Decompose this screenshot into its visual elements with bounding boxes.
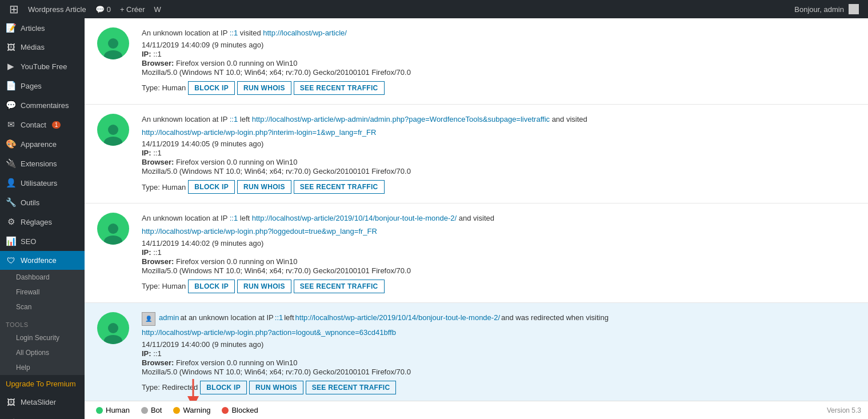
pages-icon: 📄 — [6, 81, 16, 91]
submenu-scan[interactable]: Scan — [0, 300, 85, 314]
admin-user-link[interactable]: admin — [159, 312, 179, 324]
avatar-1 — [97, 27, 129, 59]
tools-section-label: Tools — [0, 314, 85, 330]
sidebar-item-youtube[interactable]: ▶ YouTube Free — [0, 57, 85, 76]
entry-ua-2: Mozilla/5.0 (Windows NT 10.0; Win64; x64… — [142, 167, 857, 175]
wp-logo-icon[interactable]: ⊞ — [5, 2, 23, 16]
entry-link2-4[interactable]: http://localhost/wp-article/wp-login.php… — [142, 328, 396, 337]
sidebar-label-contact: Contact — [21, 121, 46, 129]
extensions-icon: 🔌 — [6, 158, 16, 169]
sidebar-item-upgrade[interactable]: Upgrade To Premium — [0, 375, 85, 393]
admin-thumbnail: 👤 — [142, 312, 155, 326]
block-ip-btn-1[interactable]: BLOCK IP — [188, 81, 235, 95]
wordfence-submenu: Dashboard Firewall Scan Tools Login Secu… — [0, 270, 85, 375]
sidebar-label-wordfence: Wordfence — [21, 256, 57, 265]
site-name-link[interactable]: Wordpress Article — [23, 5, 91, 14]
see-traffic-btn-4[interactable]: SEE RECENT TRAFFIC — [306, 381, 397, 394]
sidebar-label-youtube: YouTube Free — [21, 62, 67, 71]
svg-point-4 — [108, 224, 118, 234]
submenu-dashboard[interactable]: Dashboard — [0, 270, 85, 285]
traffic-entry-2: An unknown location at IP ::1 left http:… — [85, 105, 868, 204]
entry-link2-3[interactable]: http://localhost/wp-article/wp-login.php… — [142, 227, 377, 236]
entry-text-4: 👤 admin at an unknown location at IP ::1… — [142, 312, 857, 326]
avatar-3 — [97, 213, 129, 245]
comments-link[interactable]: 💬 0 — [91, 5, 115, 14]
entry-ua-1: Mozilla/5.0 (Windows NT 10.0; Win64; x64… — [142, 68, 857, 77]
wordfence-icon: W — [154, 5, 161, 14]
entry-ip-link-3[interactable]: ::1 — [230, 214, 238, 222]
submenu-firewall[interactable]: Firewall — [0, 285, 85, 300]
create-link[interactable]: + Créer — [115, 5, 150, 14]
run-whois-btn-4[interactable]: RUN WHOIS — [249, 381, 303, 394]
block-ip-btn-3[interactable]: BLOCK IP — [188, 280, 235, 293]
run-whois-btn-3[interactable]: RUN WHOIS — [237, 280, 291, 293]
sidebar-item-outils[interactable]: 🔧 Outils — [0, 193, 85, 212]
entry-content-4: 👤 admin at an unknown location at IP ::1… — [142, 312, 857, 394]
sidebar-label-commentaires: Commentaires — [21, 101, 69, 110]
see-traffic-btn-1[interactable]: SEE RECENT TRAFFIC — [294, 81, 385, 95]
entry-ip-link-2[interactable]: ::1 — [230, 115, 238, 123]
entry-timestamp-4: 14/11/2019 14:40:00 (9 minutes ago) — [142, 340, 857, 349]
sidebar-item-contact[interactable]: ✉ Contact 1 — [0, 115, 85, 134]
entry-link1-2[interactable]: http://localhost/wp-article/wp-admin/adm… — [252, 115, 550, 123]
wordfence-logo-link[interactable]: W — [150, 5, 166, 14]
create-label: + Créer — [120, 5, 145, 14]
legend-human-label: Human — [106, 406, 130, 414]
entry-content-1: An unknown location at IP ::1 visited ht… — [142, 27, 857, 95]
entry-link2-2[interactable]: http://localhost/wp-article/wp-login.php… — [142, 128, 376, 137]
sidebar-item-commentaires[interactable]: 💬 Commentaires — [0, 95, 85, 115]
entry-ip-link-1[interactable]: ::1 — [230, 29, 238, 37]
sidebar-label-outils: Outils — [21, 198, 39, 207]
run-whois-btn-1[interactable]: RUN WHOIS — [237, 81, 291, 95]
legend-blocked-dot — [222, 407, 229, 414]
submenu-all-options[interactable]: All Options — [0, 345, 85, 360]
sidebar-reduce-menu[interactable]: ◀ Réduire le menu — [0, 412, 85, 419]
sidebar-label-medias: Médias — [21, 43, 45, 51]
block-ip-btn-2[interactable]: BLOCK IP — [188, 180, 235, 194]
entry-link1-1[interactable]: http://localhost/wp-article/ — [263, 29, 347, 37]
apparence-icon: 🎨 — [6, 139, 16, 149]
sidebar-item-extensions[interactable]: 🔌 Extensions — [0, 154, 85, 173]
sidebar-item-pages[interactable]: 📄 Pages — [0, 76, 85, 95]
entry-ip-4: IP: ::1 — [142, 349, 857, 358]
traffic-entry-4: 👤 admin at an unknown location at IP ::1… — [85, 303, 868, 404]
submenu-help-label: Help — [16, 364, 30, 372]
entry-type-1: Type: Human — [142, 83, 186, 92]
bottom-legend: Human Bot Warning Blocked — [85, 401, 868, 419]
entry-link1-3[interactable]: http://localhost/wp-article/2019/10/14/b… — [252, 214, 457, 222]
entry-text-2: An unknown location at IP ::1 left http:… — [142, 114, 857, 126]
submenu-all-options-label: All Options — [16, 349, 49, 357]
entry-content-2: An unknown location at IP ::1 left http:… — [142, 114, 857, 194]
sidebar-item-seo[interactable]: 📊 SEO — [0, 232, 85, 251]
submenu-login-security[interactable]: Login Security — [0, 330, 85, 345]
entry-actions-1: Type: Human BLOCK IP RUN WHOIS SEE RECEN… — [142, 81, 857, 95]
entry-ua-4: Mozilla/5.0 (Windows NT 10.0; Win64; x64… — [142, 368, 857, 376]
entry-ua-3: Mozilla/5.0 (Windows NT 10.0; Win64; x64… — [142, 266, 857, 275]
sidebar-item-apparence[interactable]: 🎨 Apparence — [0, 134, 85, 154]
commentaires-icon: 💬 — [6, 100, 16, 110]
entry-link1-4[interactable]: http://localhost/wp-article/2019/10/14/b… — [295, 312, 500, 324]
sidebar-item-reglages[interactable]: ⚙ Réglages — [0, 212, 85, 232]
block-ip-btn-4[interactable]: BLOCK IP — [200, 381, 247, 394]
entry-ip-link-4[interactable]: ::1 — [275, 312, 283, 324]
submenu-help[interactable]: Help — [0, 360, 85, 375]
entry-type-3: Type: Human — [142, 282, 186, 290]
main-content: An unknown location at IP ::1 visited ht… — [85, 18, 868, 419]
sidebar-item-utilisateurs[interactable]: 👤 Utilisateurs — [0, 173, 85, 193]
see-traffic-btn-2[interactable]: SEE RECENT TRAFFIC — [294, 180, 385, 194]
reglages-icon: ⚙ — [6, 217, 16, 227]
sidebar-item-medias[interactable]: 🖼 Médias — [0, 38, 85, 57]
sidebar-item-articles[interactable]: 📝 Articles — [0, 18, 85, 38]
sidebar-item-wordfence[interactable]: 🛡 Wordfence — [0, 251, 85, 270]
sidebar-item-metaslider[interactable]: 🖼 MetaSlider — [0, 393, 85, 412]
comment-icon: 💬 — [95, 5, 105, 14]
legend-warning-dot — [173, 407, 180, 414]
person-icon-4 — [101, 320, 125, 344]
traffic-entry-1: An unknown location at IP ::1 visited ht… — [85, 18, 868, 105]
traffic-list: An unknown location at IP ::1 visited ht… — [85, 18, 868, 404]
entry-timestamp-2: 14/11/2019 14:40:05 (9 minutes ago) — [142, 139, 857, 148]
entry-browser-1: Browser: Firefox version 0.0 running on … — [142, 59, 857, 67]
see-traffic-btn-3[interactable]: SEE RECENT TRAFFIC — [294, 280, 385, 293]
sidebar-label-seo: SEO — [21, 237, 36, 246]
run-whois-btn-2[interactable]: RUN WHOIS — [237, 180, 291, 194]
